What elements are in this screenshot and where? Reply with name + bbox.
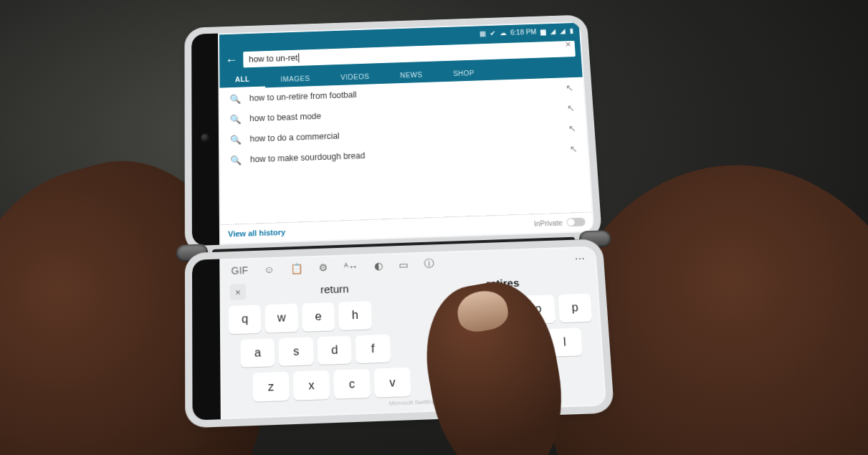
candidate-close-button[interactable]: × [230, 284, 246, 300]
bezel-left-top [191, 34, 219, 246]
tab-videos[interactable]: VIDEOS [325, 68, 385, 85]
key-s[interactable]: s [279, 337, 313, 366]
key-e[interactable]: e [302, 302, 335, 332]
insert-arrow-icon[interactable]: ↖ [569, 143, 578, 154]
inprivate-label: InPrivate [534, 219, 563, 227]
gif-icon[interactable]: GIF [231, 264, 248, 277]
translate-icon[interactable]: ᴬ↔ [343, 261, 358, 273]
signal-icon: ◢ [560, 27, 566, 34]
clipboard-icon[interactable]: 📋 [290, 262, 302, 274]
view-all-history-link[interactable]: View all history [228, 228, 285, 239]
back-arrow-icon[interactable]: ← [225, 54, 238, 66]
resize-icon[interactable]: ▭ [399, 259, 409, 270]
bezel-left-bottom [192, 259, 221, 421]
search-query-text: how to un-ret [249, 53, 297, 64]
key-f[interactable]: f [356, 334, 391, 363]
key-x[interactable]: x [293, 370, 330, 401]
key-c[interactable]: c [333, 369, 370, 399]
browser-screen: ▦ ✔ ☁ 6:18 PM ▆ ◢ ◢ ▮ ✕ ← how to un-ret [219, 23, 593, 244]
insert-arrow-icon[interactable]: ↖ [568, 123, 576, 133]
checkmark-icon: ✔ [490, 29, 495, 37]
front-camera [201, 133, 209, 142]
inprivate-toggle-group: InPrivate [534, 218, 586, 228]
search-icon: 🔍 [230, 155, 242, 166]
signal-icon: ◢ [550, 27, 555, 34]
cloud-icon: ☁ [499, 29, 506, 36]
hinge-cap-right [578, 230, 611, 248]
key-q[interactable]: q [229, 305, 262, 334]
tab-all[interactable]: ALL [219, 71, 265, 89]
thumbnail [454, 287, 510, 335]
device-top-panel: ▦ ✔ ☁ 6:18 PM ▆ ◢ ◢ ▮ ✕ ← how to un-ret [191, 21, 594, 246]
candidate-word[interactable]: return [320, 282, 349, 295]
suggestion-text: how to make sourdough bread [250, 144, 562, 164]
key-h[interactable]: h [338, 301, 371, 330]
tab-images[interactable]: IMAGES [265, 70, 325, 87]
insert-arrow-icon[interactable]: ↖ [566, 82, 574, 92]
inprivate-toggle[interactable] [566, 218, 586, 227]
key-z[interactable]: z [253, 372, 290, 402]
photo-scene: ▦ ✔ ☁ 6:18 PM ▆ ◢ ◢ ▮ ✕ ← how to un-ret [0, 0, 868, 455]
status-time: 6:18 PM [510, 28, 537, 36]
key-p[interactable]: p [558, 294, 592, 322]
key-d[interactable]: d [318, 335, 352, 365]
mic-icon[interactable]: ⓘ [424, 257, 434, 270]
key-w[interactable]: w [265, 304, 298, 333]
tab-news[interactable]: NEWS [384, 67, 438, 84]
settings-icon[interactable]: ⚙ [318, 262, 328, 273]
key-v[interactable]: v [374, 368, 411, 398]
key-a[interactable]: a [241, 338, 275, 368]
sticker-icon[interactable]: ☺ [264, 264, 275, 275]
apps-icon: ▦ [479, 29, 485, 37]
text-caret [298, 53, 299, 62]
more-icon[interactable]: ⋯ [574, 253, 585, 264]
battery-icon: ▮ [569, 27, 573, 34]
insert-arrow-icon[interactable]: ↖ [567, 102, 576, 112]
search-icon: 🔍 [229, 94, 241, 105]
wifi-icon: ▆ [540, 27, 546, 34]
search-icon: 🔍 [230, 134, 242, 145]
onehand-icon[interactable]: ◐ [374, 260, 383, 272]
search-icon: 🔍 [230, 114, 242, 125]
close-icon[interactable]: ✕ [565, 40, 577, 51]
search-suggestions-list: 🔍 how to un-retire from football ↖ 🔍 how… [220, 77, 592, 225]
tab-shop[interactable]: SHOP [437, 64, 490, 82]
